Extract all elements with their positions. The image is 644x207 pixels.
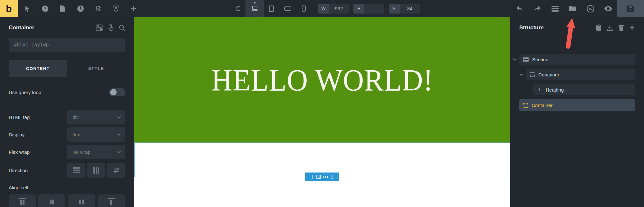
element-id-input[interactable]: #brxe-caylwp	[9, 38, 125, 52]
flex-wrap-label: Flex wrap	[9, 149, 30, 155]
redo-icon	[534, 6, 541, 12]
align-center-button[interactable]	[38, 194, 65, 207]
tab-content[interactable]: CONTENT	[9, 60, 67, 77]
tree-row-container-selected[interactable]: Container	[519, 99, 635, 111]
device-phone-button[interactable]	[296, 0, 311, 17]
settings-button[interactable]: ⚙	[89, 0, 107, 17]
align-start-button[interactable]	[9, 194, 36, 207]
search-icon[interactable]	[119, 25, 125, 31]
preview-button[interactable]	[599, 0, 617, 17]
section-divider	[0, 105, 134, 105]
structure-panel: Structure	[510, 17, 644, 207]
direction-label: Direction	[9, 168, 28, 173]
undo-icon	[516, 6, 523, 12]
chevron-down-icon	[117, 133, 121, 136]
tree-row-label: Container	[532, 103, 553, 108]
bricks-logo[interactable]: b	[0, 0, 18, 17]
css-classes-button[interactable]	[107, 0, 125, 17]
html-tag-value: div	[72, 114, 79, 120]
swap-icon	[113, 167, 120, 173]
toggles-icon[interactable]	[96, 25, 103, 31]
add-element-button[interactable]	[310, 175, 314, 179]
help-button[interactable]: ?	[36, 0, 54, 17]
direction-reverse-button[interactable]	[107, 163, 125, 178]
panel-title: Container	[9, 25, 34, 31]
chevron-down-icon[interactable]	[520, 74, 523, 76]
query-loop-label: Use query loop	[9, 90, 41, 95]
canvas-zoom-field[interactable]: % 84	[389, 4, 420, 14]
html-tag-label: HTML tag	[9, 114, 30, 120]
wordpress-icon: W	[587, 5, 594, 13]
structure-tree: Section Container T Heading Containe	[519, 54, 635, 111]
page-settings-button[interactable]	[54, 0, 72, 17]
structure-title: Structure	[519, 25, 544, 31]
align-start-icon	[18, 197, 26, 206]
top-toolbar: b ? ⚙	[0, 0, 644, 17]
direction-row-button[interactable]	[67, 163, 85, 178]
tree-row-label: Section	[532, 57, 548, 62]
redo-button[interactable]	[528, 0, 546, 17]
collapse-icon[interactable]	[629, 24, 635, 31]
reload-canvas-button[interactable]	[231, 0, 245, 17]
toolbar-center-group: W 992 H - % 84	[231, 0, 420, 17]
width-value[interactable]: 992	[329, 4, 349, 14]
gear-icon: ⚙	[95, 5, 101, 12]
align-stretch-icon	[107, 197, 115, 206]
zoom-value[interactable]: 84	[400, 4, 420, 14]
select-mode-button[interactable]	[18, 0, 36, 17]
tree-row-section[interactable]: Section	[519, 54, 635, 65]
canvas-height-field[interactable]: H -	[353, 4, 384, 14]
tablet-landscape-icon	[284, 6, 291, 11]
heading-icon: T	[537, 87, 542, 93]
selected-container-outline[interactable]	[134, 143, 510, 177]
query-loop-toggle[interactable]	[109, 88, 125, 96]
page-icon	[60, 5, 65, 12]
element-actions-toolbar	[305, 172, 339, 181]
canvas-width-field[interactable]: W 992	[318, 4, 349, 14]
css-icon	[113, 5, 119, 12]
chevron-down-icon[interactable]	[513, 58, 516, 61]
v-resize-icon[interactable]	[330, 174, 334, 179]
tree-row-label: Container	[538, 72, 559, 77]
canvas-dimension-controls: W 992 H - % 84	[318, 4, 420, 14]
device-tablet-button[interactable]	[264, 0, 279, 17]
plus-icon	[131, 6, 137, 12]
columns-icon[interactable]	[316, 175, 321, 179]
tree-row-container[interactable]: Container	[526, 69, 635, 80]
menu-icon	[552, 6, 559, 12]
tree-row-label: Heading	[546, 87, 564, 93]
height-value[interactable]: -	[364, 4, 384, 14]
trash-icon[interactable]	[618, 25, 624, 31]
tab-style[interactable]: STYLE	[67, 60, 125, 77]
align-stretch-button[interactable]	[98, 194, 125, 207]
html-tag-select[interactable]: div	[67, 110, 125, 124]
align-end-button[interactable]	[68, 194, 95, 207]
direction-column-button[interactable]	[87, 163, 105, 178]
bricks-builder-app: b ? ⚙	[0, 0, 644, 207]
eye-icon	[604, 6, 612, 11]
section-icon	[523, 57, 529, 62]
save-button[interactable]	[617, 0, 644, 17]
save-icon	[627, 5, 634, 12]
flex-wrap-select[interactable]: No wrap	[67, 145, 125, 159]
templates-button[interactable]	[564, 0, 582, 17]
hero-section[interactable]: HELLO WORLD!	[134, 17, 510, 143]
undo-button[interactable]	[511, 0, 528, 17]
h-resize-icon[interactable]	[323, 175, 328, 179]
tap-icon[interactable]	[108, 24, 114, 31]
hero-heading[interactable]: HELLO WORLD!	[211, 62, 433, 98]
add-element-button[interactable]	[125, 0, 142, 17]
toggle-knob	[110, 89, 117, 95]
history-button[interactable]	[72, 0, 89, 17]
tree-row-heading[interactable]: T Heading	[533, 84, 635, 95]
import-icon[interactable]	[607, 25, 613, 31]
display-select[interactable]: flex	[67, 127, 125, 142]
columns-icon	[93, 167, 99, 174]
clipboard-icon[interactable]	[596, 24, 601, 31]
svg-text:W: W	[588, 6, 592, 11]
structure-panel-button[interactable]	[546, 0, 564, 17]
cursor-icon	[24, 5, 30, 12]
device-desktop-button[interactable]	[245, 0, 264, 17]
wordpress-button[interactable]: W	[582, 0, 599, 17]
device-tablet-landscape-button[interactable]	[279, 0, 296, 17]
